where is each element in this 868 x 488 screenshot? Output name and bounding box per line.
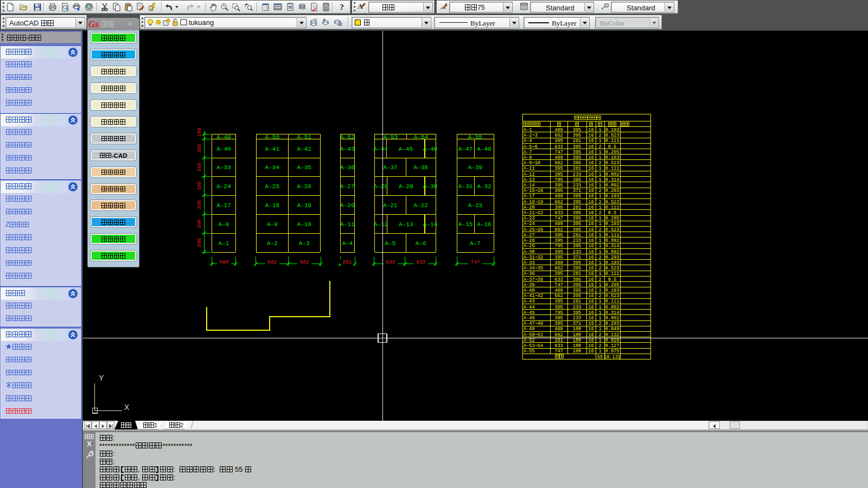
svg-text:A-26: A-26 [297, 183, 311, 190]
svg-text:395: 395 [554, 249, 563, 255]
svg-text:Y: Y [99, 374, 104, 382]
svg-text:A-43: A-43 [524, 299, 535, 304]
svg-text:1: 1 [598, 282, 601, 288]
svg-text:A-41: A-41 [265, 146, 280, 152]
svg-text:A-1: A-1 [219, 240, 229, 247]
svg-text:A-8: A-8 [219, 221, 229, 228]
svg-text:489: 489 [554, 155, 563, 160]
svg-text:A-28: A-28 [524, 238, 535, 243]
svg-text:395: 395 [196, 162, 202, 171]
svg-text:662: 662 [554, 200, 563, 205]
svg-text:1: 1 [598, 166, 601, 171]
svg-text:16: 16 [588, 216, 593, 221]
svg-text:0.111: 0.111 [605, 233, 620, 238]
svg-text:0.523: 0.523 [605, 266, 620, 271]
svg-text:16: 16 [588, 238, 593, 243]
svg-text:A-27: A-27 [340, 183, 354, 190]
svg-text:A-3: A-3 [299, 240, 310, 247]
svg-text:395: 395 [573, 216, 581, 221]
svg-text:A-2: A-2 [267, 240, 278, 247]
svg-text:16: 16 [588, 127, 593, 133]
svg-text:A-30: A-30 [423, 183, 437, 190]
svg-text:281: 281 [573, 205, 581, 210]
svg-text:16: 16 [588, 305, 593, 310]
svg-text:16: 16 [588, 326, 593, 332]
svg-text:16: 16 [588, 255, 593, 260]
svg-text:A-18~19: A-18~19 [524, 200, 543, 205]
svg-text:2: 2 [598, 144, 601, 150]
svg-text:0.293: 0.293 [605, 321, 620, 326]
svg-text:A-29: A-29 [524, 243, 535, 249]
svg-text:371: 371 [573, 255, 581, 260]
svg-text:2: 2 [598, 332, 601, 338]
svg-text:395: 395 [554, 238, 563, 243]
svg-text:A-13: A-13 [524, 177, 535, 183]
svg-text:1: 1 [598, 349, 601, 354]
svg-text:16: 16 [588, 332, 593, 338]
svg-text:0.314: 0.314 [605, 243, 620, 249]
svg-text:0.111: 0.111 [605, 205, 620, 210]
svg-text:A-55: A-55 [468, 134, 482, 140]
svg-text:662: 662 [554, 160, 563, 166]
svg-text:395: 395 [573, 288, 581, 293]
svg-text:A-22: A-22 [413, 202, 427, 209]
svg-text:A-25: A-25 [265, 183, 279, 190]
svg-text:A-49: A-49 [216, 134, 231, 140]
svg-text:16: 16 [588, 138, 593, 144]
svg-text:A-50: A-50 [265, 134, 279, 140]
svg-text:1: 1 [598, 238, 601, 243]
svg-text:489: 489 [219, 259, 228, 265]
svg-text:795: 795 [554, 243, 563, 249]
svg-text:747: 747 [554, 216, 563, 221]
svg-text:A-9: A-9 [267, 221, 278, 228]
svg-text:A-19: A-19 [297, 202, 311, 209]
svg-text:A-27: A-27 [524, 233, 535, 238]
svg-text:1: 1 [598, 310, 601, 316]
svg-text:395: 395 [554, 305, 563, 310]
svg-text:395: 395 [573, 177, 581, 183]
svg-text:395: 395 [554, 166, 563, 171]
svg-text:395: 395 [573, 133, 581, 138]
svg-text:A-47: A-47 [458, 146, 473, 152]
svg-text:395: 395 [554, 138, 563, 144]
svg-text:A-45: A-45 [399, 146, 413, 152]
svg-text:A-45: A-45 [524, 310, 535, 316]
svg-text:489: 489 [554, 326, 563, 332]
svg-text:0.295: 0.295 [605, 282, 620, 288]
svg-text:395: 395 [573, 160, 581, 166]
svg-text:A-39: A-39 [468, 164, 482, 171]
svg-text:16: 16 [588, 260, 593, 266]
svg-text:662: 662 [554, 266, 563, 271]
svg-text:16: 16 [588, 349, 593, 354]
svg-text:489: 489 [554, 288, 563, 293]
svg-text:16: 16 [588, 166, 593, 171]
svg-text:0.049: 0.049 [605, 326, 620, 332]
svg-text:233: 233 [573, 172, 581, 177]
svg-text:55: 55 [597, 355, 603, 360]
svg-text:281: 281 [573, 233, 581, 238]
svg-text:395: 395 [573, 210, 581, 216]
svg-text:1: 1 [598, 138, 601, 144]
svg-text:1: 1 [598, 205, 601, 210]
svg-text:A-52: A-52 [524, 338, 535, 343]
svg-text:A-28: A-28 [374, 183, 388, 190]
svg-text:A-10: A-10 [297, 221, 311, 228]
svg-text:2: 2 [598, 343, 601, 349]
svg-text:A-53: A-53 [384, 134, 398, 140]
svg-text:100: 100 [573, 332, 581, 338]
svg-text:A-12: A-12 [524, 172, 535, 177]
svg-text:0.523: 0.523 [605, 200, 620, 205]
svg-text:395: 395 [554, 316, 563, 321]
svg-text:1: 1 [598, 150, 601, 155]
svg-text:16: 16 [588, 200, 593, 205]
svg-text:1: 1 [598, 216, 601, 221]
svg-text:A-14: A-14 [423, 221, 438, 228]
svg-text:A-29: A-29 [399, 183, 413, 190]
svg-text:281: 281 [573, 166, 581, 171]
svg-text:A-36: A-36 [524, 271, 535, 277]
svg-text:633: 633 [554, 144, 563, 150]
svg-text:A-1: A-1 [524, 127, 532, 133]
svg-text:2: 2 [598, 255, 601, 260]
svg-text:1: 1 [598, 288, 601, 293]
svg-text:371: 371 [573, 188, 581, 194]
